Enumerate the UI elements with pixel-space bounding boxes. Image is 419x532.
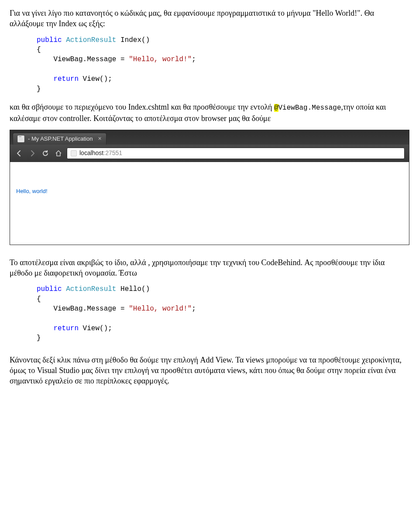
home-icon[interactable] (54, 149, 63, 158)
semicolon-2: ; (192, 305, 196, 313)
url-rest: :27551 (103, 149, 122, 156)
inline-code-viewbag: @ViewBag.Message (274, 104, 341, 112)
string-hello-2: "Hello, world!" (129, 305, 192, 313)
url-host: localhost (79, 149, 103, 156)
highlight-at: @ (274, 104, 278, 112)
code-block-index: public ActionResult Index() { ViewBag.Me… (37, 35, 409, 94)
browser-toolbar: localhost:27551 (10, 145, 409, 162)
tab-title: - My ASP.NET Application (28, 135, 93, 143)
code-block-hello: public ActionResult Hello() { ViewBag.Me… (37, 284, 409, 343)
reload-icon[interactable] (41, 149, 50, 158)
back-icon[interactable] (14, 149, 24, 158)
close-icon[interactable]: × (98, 135, 101, 143)
line-viewbag-2: ViewBag.Message = (37, 305, 129, 313)
fn-name-2: Hello() (116, 285, 150, 293)
semicolon: ; (192, 55, 196, 63)
p2-text-a: και θα σβήσουμε το περιεχόμενο του Index… (10, 103, 274, 111)
address-text: localhost:27551 (79, 149, 122, 157)
browser-viewport: Hello, world! (10, 162, 409, 245)
kw-return: return (53, 75, 79, 83)
browser-tab[interactable]: - My ASP.NET Application × (13, 133, 106, 145)
brace-open: { (37, 46, 41, 54)
brace-close: } (37, 85, 41, 93)
intro-paragraph-3: Το αποτέλεσμα είναι ακριβώς το ίδιο, αλλ… (10, 257, 409, 279)
brace-close-2: } (37, 334, 41, 342)
intro-paragraph-2: και θα σβήσουμε το περιεχόμενο του Index… (10, 102, 409, 124)
browser-screenshot: - My ASP.NET Application × localhost:275… (10, 130, 409, 245)
call-view: View(); (79, 75, 112, 83)
kw-public: public (37, 36, 62, 44)
page-favicon-icon (71, 150, 77, 156)
call-view-2: View(); (79, 325, 112, 332)
fn-name: Index() (116, 36, 150, 44)
browser-tabbar: - My ASP.NET Application × (10, 130, 409, 145)
kw-public-2: public (37, 285, 62, 293)
string-hello: "Hello, world!" (129, 55, 192, 63)
line-viewbag: ViewBag.Message = (37, 55, 129, 63)
kw-return-2: return (53, 325, 79, 332)
address-bar[interactable]: localhost:27551 (67, 148, 405, 159)
page-hello-text: Hello, world! (16, 188, 48, 194)
inline-code-rest: ViewBag.Message (278, 104, 341, 112)
type-actionresult-2: ActionResult (66, 285, 116, 293)
intro-paragraph-4: Κάνοντας δεξί κλικ πάνω στη μέθοδο θα δο… (10, 355, 409, 387)
intro-paragraph-1: Για να γίνει λίγο πιο κατανοητός ο κώδικ… (10, 8, 409, 29)
tab-favicon-icon (17, 135, 24, 142)
type-actionresult: ActionResult (66, 36, 116, 44)
forward-icon[interactable] (27, 149, 37, 158)
brace-open-2: { (37, 295, 41, 303)
